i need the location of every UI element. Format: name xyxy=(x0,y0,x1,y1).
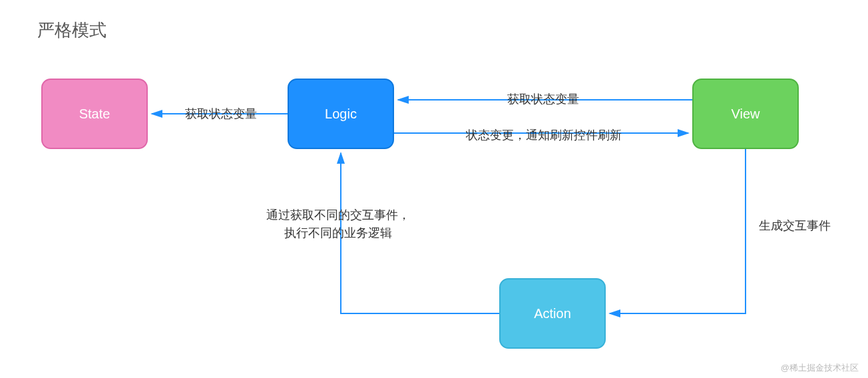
node-view-label: View xyxy=(732,106,760,122)
label-action-to-logic-line2: 执行不同的业务逻辑 xyxy=(266,224,410,242)
arrows-layer xyxy=(0,0,868,378)
label-view-to-logic: 获取状态变量 xyxy=(507,91,579,108)
node-state: State xyxy=(41,79,148,149)
edge-view-to-action xyxy=(610,149,746,313)
diagram-canvas: 严格模式 State Logic View Action 获取状态变量 获取状态… xyxy=(0,0,868,378)
node-view: View xyxy=(692,79,799,149)
label-view-to-action: 生成交互事件 xyxy=(759,217,831,235)
node-state-label: State xyxy=(79,106,110,122)
node-action-label: Action xyxy=(534,306,571,321)
label-logic-to-view: 状态变更，通知刷新控件刷新 xyxy=(466,126,622,144)
label-action-to-logic: 通过获取不同的交互事件， 执行不同的业务逻辑 xyxy=(266,206,410,242)
watermark: @稀土掘金技术社区 xyxy=(781,362,859,374)
diagram-title: 严格模式 xyxy=(37,19,107,42)
label-logic-to-state: 获取状态变量 xyxy=(185,105,257,123)
label-action-to-logic-line1: 通过获取不同的交互事件， xyxy=(266,206,410,224)
node-action: Action xyxy=(499,278,606,349)
node-logic-label: Logic xyxy=(325,106,357,122)
node-logic: Logic xyxy=(288,79,394,149)
